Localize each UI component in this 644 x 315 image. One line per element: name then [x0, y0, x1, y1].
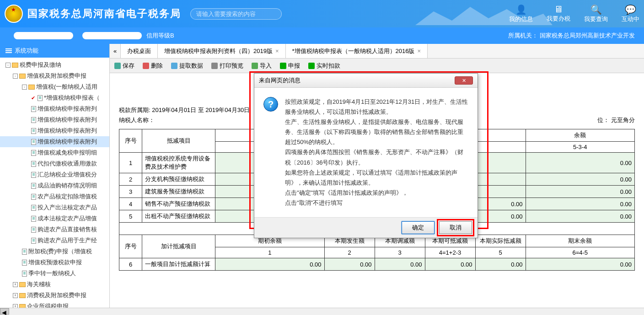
tree-item[interactable]: -税费申报及缴纳 [0, 59, 109, 70]
tree-item-label: 税费申报及缴纳 [20, 61, 61, 69]
cell-input[interactable]: 0.00 [526, 186, 635, 198]
th-item: 抵减项目 [142, 129, 215, 153]
tree-item[interactable]: 季中转一般纳税人 [0, 268, 109, 279]
fetch-data-button[interactable]: 提取数据 [171, 62, 203, 70]
file-icon [31, 117, 36, 123]
sidebar-title: 系统功能 [0, 44, 109, 58]
delete-button[interactable]: 删除 [143, 62, 163, 70]
tree-item-label: 增值税(一般纳税人适用 [36, 83, 97, 91]
tree-item[interactable]: 增值税纳税申报表附列 [0, 103, 109, 114]
print-preview-button[interactable]: 打印预览 [211, 62, 243, 70]
tree-item-label: 投入产出法核定农产品 [38, 203, 97, 212]
cell-input[interactable] [475, 173, 526, 186]
dialog-close-button[interactable]: ✕ [455, 76, 473, 85]
toggle-icon[interactable]: + [13, 282, 18, 287]
tree-item[interactable]: 成本法核定农产品增值 [0, 213, 109, 224]
file-icon [31, 128, 36, 134]
cell-input[interactable]: 0.00 [215, 258, 325, 271]
tree-item-label: 海关稽核 [27, 280, 51, 288]
tree-item-label: 附加税(费)申报（增值税 [28, 247, 92, 256]
file-icon [31, 150, 36, 156]
tree-item[interactable]: 汇总纳税企业增值税分 [0, 169, 109, 180]
toggle-icon[interactable]: + [13, 293, 18, 298]
tree-item[interactable]: 增值税纳税申报表附列 [0, 136, 109, 147]
cancel-button[interactable]: 取消 [439, 221, 472, 234]
collapse-sidebar-button[interactable]: « [110, 44, 121, 58]
import-button[interactable]: 导入 [252, 62, 272, 70]
tree-item-label: 购进农产品直接销售核 [38, 225, 97, 234]
toggle-icon[interactable]: - [22, 85, 27, 90]
pay-button[interactable]: 实时扣款 [308, 62, 340, 70]
close-icon[interactable]: × [418, 48, 421, 54]
tree-item[interactable]: 购进农产品直接销售核 [0, 224, 109, 235]
file-icon [31, 227, 36, 233]
cell-input[interactable] [475, 153, 526, 173]
file-icon [31, 194, 36, 200]
tab-form-main[interactable]: *增值税纳税申报表（一般纳税人适用）2016版× [286, 44, 428, 58]
tree-item-label: 增值税预缴税款申报 [28, 258, 82, 267]
my-info-button[interactable]: 👤我的信息 [509, 4, 533, 23]
cell-input[interactable]: 0.00 [526, 210, 635, 223]
th2-item: 加计抵减项目 [142, 235, 215, 258]
ok-button[interactable]: 确定 [402, 221, 435, 234]
tab-form-attach4[interactable]: 增值税纳税申报表附列资料（四）2019版× [158, 44, 286, 58]
table-row: 6一般项目加计抵减额计算0.000.000.000.000.000.00 [119, 258, 635, 271]
cell-input[interactable]: 0.00 [526, 198, 635, 210]
query-button[interactable]: 🔍我要查询 [584, 4, 608, 23]
data-icon [171, 63, 177, 69]
close-icon[interactable]: × [275, 48, 279, 54]
file-icon [31, 216, 36, 222]
redacted-name [14, 32, 73, 39]
tree-item[interactable]: 代扣代缴税收通用缴款 [0, 158, 109, 169]
cell-input[interactable]: 0.00 [526, 173, 635, 186]
bottom-scrollbar[interactable]: ◄ [0, 308, 644, 315]
tree-item[interactable]: +海关稽核 [0, 279, 109, 290]
dialog-message: 按照政策规定，自2019年4月1日至2021年12月31日，对生产、生活性服务业… [285, 97, 468, 208]
th-end-num: 5-3-4 [526, 142, 635, 153]
file-icon [31, 139, 36, 145]
toggle-icon[interactable]: - [13, 74, 18, 79]
org-value: 国家税务总局郑州高新技术产业开发 [540, 32, 635, 39]
do-tax-button[interactable]: 🖥我要办税 [547, 4, 570, 23]
tree-item[interactable]: +消费税及附加税费申报 [0, 290, 109, 301]
toolbar: 保存 删除 提取数据 打印预览 导入 申报 实时扣款 [110, 59, 644, 73]
tab-desktop[interactable]: 办税桌面 [121, 44, 158, 58]
cell-input[interactable]: 0.00 [526, 153, 635, 173]
tree-item[interactable]: 购进农产品用于生产经 [0, 235, 109, 246]
tree-item[interactable]: 增值税预缴税款申报 [0, 257, 109, 268]
tree-item-label: 成品油购销存情况明细 [38, 182, 97, 190]
tree-item[interactable]: -增值税(一般纳税人适用 [0, 81, 109, 92]
save-button[interactable]: 保存 [114, 62, 134, 70]
cell-input[interactable]: 0.00 [475, 210, 526, 223]
tree-item[interactable]: -增值税及附加税费申报 [0, 70, 109, 81]
cell-input[interactable]: 0.00 [375, 258, 425, 271]
cell-input[interactable] [475, 186, 526, 198]
cell-input[interactable]: 0.00 [324, 258, 375, 271]
tree-item[interactable]: 附加税(费)申报（增值税 [0, 246, 109, 257]
print-icon [211, 63, 218, 69]
tree-item[interactable]: *增值税纳税申报表（ [0, 92, 109, 103]
tab-bar: « 办税桌面 增值税纳税申报表附列资料（四）2019版× *增值税纳税申报表（一… [110, 44, 644, 59]
folder-icon [12, 63, 18, 68]
folder-icon [28, 85, 35, 90]
tree-item[interactable]: 增值税纳税申报表附列 [0, 114, 109, 125]
tree-item-label: 增值税纳税申报表附列 [38, 138, 97, 146]
cell-input[interactable]: 0.00 [475, 198, 526, 210]
file-icon [31, 183, 36, 189]
cell-input[interactable]: 0.00 [425, 258, 475, 271]
tree-item[interactable]: 增值税纳税申报表附列 [0, 125, 109, 136]
credit-level: 信用等级B [146, 32, 174, 40]
dialog-title-text: 来自网页的消息 [259, 76, 301, 85]
cell-input[interactable]: 0.00 [475, 258, 526, 271]
tree-item[interactable]: 农产品核定扣除增值税 [0, 191, 109, 202]
scroll-left-button[interactable]: ◄ [0, 308, 9, 315]
toggle-icon[interactable]: - [5, 63, 11, 68]
interact-button[interactable]: 💬互动中 [622, 4, 639, 23]
file-icon [31, 238, 36, 244]
tree-item[interactable]: 成品油购销存情况明细 [0, 180, 109, 191]
tree-item[interactable]: 投入产出法核定农产品 [0, 202, 109, 213]
submit-button[interactable]: 申报 [280, 62, 300, 70]
search-input[interactable] [190, 8, 282, 20]
tree-item[interactable]: 增值税减免税申报明细 [0, 147, 109, 158]
cell-input[interactable]: 0.00 [526, 258, 635, 271]
